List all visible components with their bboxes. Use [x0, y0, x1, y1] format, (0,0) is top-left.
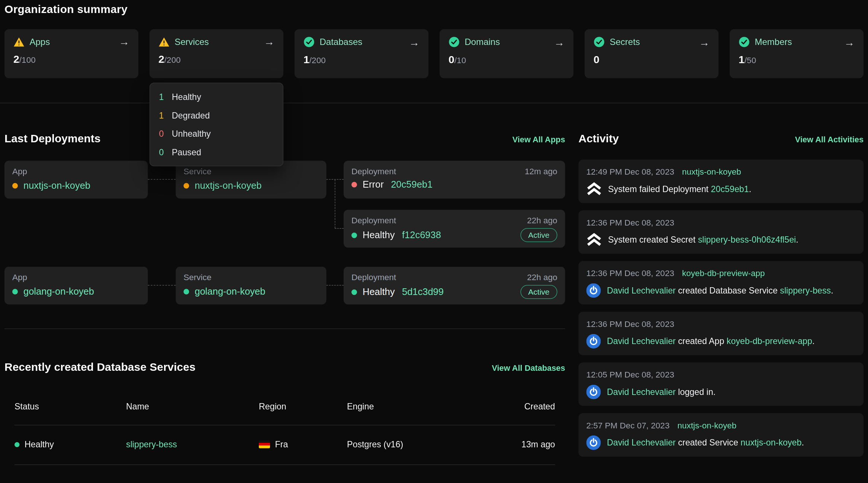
user-avatar-icon: [586, 283, 601, 298]
section-divider: [4, 328, 565, 329]
summary-card-members[interactable]: Members → 1/50: [730, 29, 864, 78]
deployment-card[interactable]: Deployment 12m ago Error 20c59eb1: [344, 161, 565, 199]
active-badge: Active: [520, 228, 557, 242]
arrow-right-icon[interactable]: →: [844, 37, 855, 48]
activity-text: created Service: [676, 438, 740, 447]
app-card[interactable]: App nuxtjs-on-koyeb: [4, 161, 148, 199]
status-count: 1: [159, 110, 165, 121]
app-card[interactable]: App golang-on-koyeb: [4, 267, 148, 305]
summary-card-label: Secrets: [610, 37, 640, 47]
summary-card-count: 1: [303, 54, 309, 66]
activity-text-link[interactable]: slippery-bess: [780, 286, 831, 295]
summary-card-apps[interactable]: Apps → 2/100: [4, 29, 138, 78]
deployment-card[interactable]: Deployment 22h ago Healthy f12c6938 Acti…: [344, 210, 565, 248]
status-count: 0: [159, 129, 165, 139]
activity-text: .: [812, 336, 814, 346]
last-deployments-title: Last Deployments: [4, 132, 100, 145]
deployment-id-link[interactable]: f12c6938: [402, 230, 441, 241]
db-name-link[interactable]: slippery-bess: [126, 440, 259, 450]
activity-text-link[interactable]: slippery-bess-0h06z4fl5ei: [698, 235, 796, 244]
connector-line: [148, 285, 176, 286]
service-name-link[interactable]: golang-on-koyeb: [195, 286, 266, 297]
arrow-right-icon[interactable]: →: [699, 37, 710, 48]
popover-row-paused[interactable]: 0Paused: [150, 143, 283, 162]
summary-card-label: Domains: [465, 37, 500, 47]
deployment-status: Healthy: [363, 230, 395, 241]
activity-time: 12:49 PM Dec 08, 2023: [586, 166, 674, 177]
activity-text: created Database Service: [676, 286, 780, 295]
db-created-label: 13m ago: [481, 440, 555, 450]
status-dot: [184, 183, 189, 189]
activity-text-link[interactable]: 20c59eb1: [711, 184, 749, 194]
services-status-popover: 1Healthy 1Degraded 0Unhealthy 0Paused: [150, 83, 283, 166]
column-header-name: Name: [126, 402, 259, 412]
app-name-link[interactable]: nuxtjs-on-koyeb: [23, 180, 90, 191]
activity-time: 2:57 PM Dec 07, 2023: [586, 420, 670, 431]
activity-context-link[interactable]: koyeb-db-preview-app: [682, 268, 765, 279]
deployment-time: 22h ago: [527, 215, 557, 225]
summary-card-members-wrap: Members → 1/50: [730, 29, 864, 78]
connector-line: [335, 228, 344, 229]
arrow-right-icon[interactable]: →: [264, 36, 275, 47]
summary-card-count: 2: [158, 53, 164, 65]
arrow-right-icon[interactable]: →: [554, 37, 565, 48]
activity-title: Activity: [579, 132, 619, 145]
deployment-status: Healthy: [363, 286, 395, 298]
service-name-link[interactable]: nuxtjs-on-koyeb: [195, 180, 262, 191]
summary-card-services[interactable]: Services → 2/200: [150, 29, 283, 78]
app-name-link[interactable]: golang-on-koyeb: [23, 286, 94, 297]
warning-icon: [13, 37, 25, 47]
activity-text-link[interactable]: David Lechevalier: [607, 387, 676, 397]
summary-card-domains[interactable]: Domains → 0/10: [440, 29, 573, 78]
dashboard-page: Organization summary Apps → 2/100 Servic…: [0, 3, 868, 483]
activity-item: 2:57 PM Dec 07, 2023 nuxtjs-on-koyeb Dav…: [579, 413, 864, 457]
summary-card-count: 0: [449, 54, 454, 66]
view-all-apps-link[interactable]: View All Apps: [512, 135, 565, 144]
status-dot: [12, 289, 18, 295]
service-card[interactable]: Service nuxtjs-on-koyeb: [176, 161, 327, 199]
popover-row-unhealthy[interactable]: 0Unhealthy: [150, 124, 283, 143]
db-engine-label: Postgres (v16): [347, 440, 481, 450]
activity-text: .: [831, 286, 833, 295]
view-all-activities-link[interactable]: View All Activities: [795, 135, 864, 144]
table-row[interactable]: Healthy slippery-bess Fra Postgres (v16)…: [15, 425, 555, 465]
deployment-id-link[interactable]: 20c59eb1: [391, 179, 433, 190]
active-badge: Active: [520, 285, 557, 299]
status-label: Degraded: [172, 110, 210, 121]
koyeb-logo-icon: [586, 233, 602, 247]
activity-item: 12:36 PM Dec 08, 2023 koyeb-db-preview-a…: [579, 261, 864, 305]
column-header-engine: Engine: [347, 402, 481, 412]
popover-row-degraded[interactable]: 1Degraded: [150, 106, 283, 125]
deployment-card[interactable]: Deployment 22h ago Healthy 5d1c3d99 Acti…: [344, 267, 565, 305]
activity-time: 12:36 PM Dec 08, 2023: [586, 217, 674, 228]
activity-text: .: [796, 235, 798, 244]
view-all-databases-link[interactable]: View All Databases: [492, 364, 565, 373]
summary-card-secrets[interactable]: Secrets → 0: [585, 29, 718, 78]
activity-text-link[interactable]: David Lechevalier: [607, 336, 676, 346]
summary-card-quota: /50: [745, 55, 756, 65]
status-label: Healthy: [172, 92, 201, 103]
databases-table: Status Name Region Engine Created Health…: [4, 402, 565, 465]
activity-text-link[interactable]: David Lechevalier: [607, 438, 676, 447]
activity-context-link[interactable]: nuxtjs-on-koyeb: [682, 166, 741, 177]
service-card-label: Service: [184, 166, 319, 176]
activity-text-link[interactable]: koyeb-db-preview-app: [727, 336, 812, 346]
summary-card-services-wrap: Services → 2/200 1Healthy 1Degraded 0Unh…: [150, 29, 283, 78]
status-label: Unhealthy: [172, 129, 211, 139]
activity-text-link[interactable]: nuxtjs-on-koyeb: [740, 438, 801, 447]
arrow-right-icon[interactable]: →: [409, 37, 420, 48]
activity-text-link[interactable]: David Lechevalier: [607, 286, 676, 295]
activity-context-link[interactable]: nuxtjs-on-koyeb: [677, 420, 736, 431]
service-card[interactable]: Service golang-on-koyeb: [176, 267, 327, 305]
deployment-id-link[interactable]: 5d1c3d99: [402, 286, 444, 298]
summary-card-databases[interactable]: Databases → 1/200: [295, 29, 428, 78]
koyeb-logo-icon: [586, 182, 602, 197]
db-status-label: Healthy: [25, 440, 54, 450]
flow-row-nuxtjs: App nuxtjs-on-koyeb Service nuxtjs-on-ko…: [4, 161, 565, 248]
user-avatar-icon: [586, 334, 601, 349]
popover-row-healthy[interactable]: 1Healthy: [150, 88, 283, 106]
summary-card-count: 2: [13, 53, 19, 65]
status-dot: [15, 442, 20, 447]
summary-card-apps-wrap: Apps → 2/100: [4, 29, 138, 78]
arrow-right-icon[interactable]: →: [119, 36, 130, 47]
